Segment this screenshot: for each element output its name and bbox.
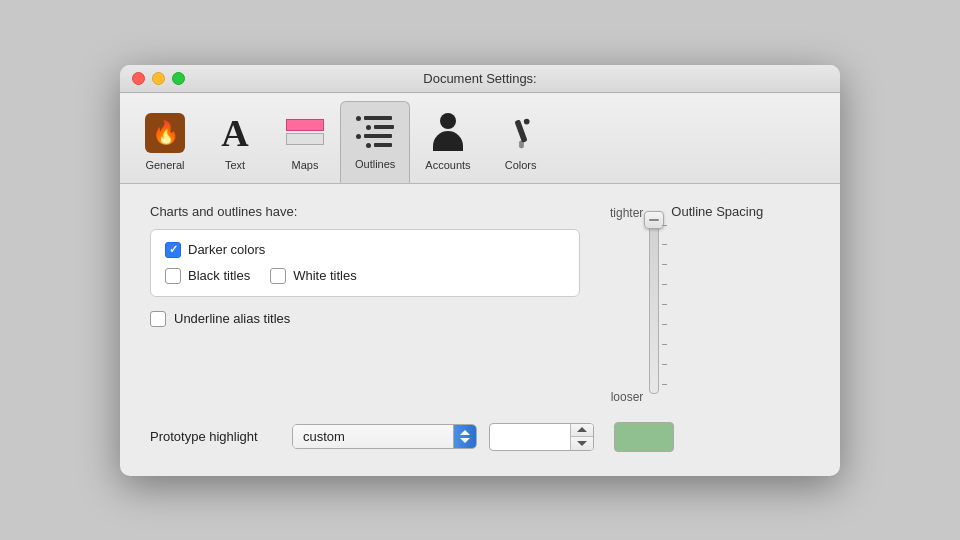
select-value: custom <box>293 425 453 448</box>
select-arrow-down[interactable] <box>460 438 470 443</box>
tab-colors[interactable]: Colors <box>486 102 556 183</box>
window-title: Document Settings: <box>423 71 536 86</box>
titles-row: Black titles White titles <box>165 268 565 284</box>
slider-thumb[interactable] <box>644 211 664 229</box>
white-titles-box[interactable] <box>270 268 286 284</box>
content-area: Charts and outlines have: Darker colors <box>120 184 840 476</box>
slider-labels: tighter looser <box>610 204 643 404</box>
minimize-button[interactable] <box>152 72 165 85</box>
darker-colors-label: Darker colors <box>188 242 265 257</box>
slider-container: tighter looser <box>610 204 659 404</box>
right-panel: tighter looser <box>610 204 810 404</box>
stepper-input[interactable] <box>490 424 570 450</box>
tab-accounts[interactable]: Accounts <box>410 102 485 183</box>
slider-title: Outline Spacing <box>671 204 763 219</box>
color-value-stepper[interactable] <box>489 423 594 451</box>
tab-maps[interactable]: Maps <box>270 102 340 183</box>
white-titles-label: White titles <box>293 268 357 283</box>
section-label: Charts and outlines have: <box>150 204 580 219</box>
slider-track-wrap <box>649 204 659 404</box>
select-arrow-up[interactable] <box>460 430 470 435</box>
svg-point-2 <box>523 118 529 124</box>
prototype-highlight-label: Prototype highlight <box>150 429 280 444</box>
prototype-highlight-select[interactable]: custom <box>292 424 477 449</box>
slider-track[interactable] <box>649 214 659 394</box>
main-group: Charts and outlines have: Darker colors <box>150 204 810 404</box>
slider-label-top: tighter <box>610 206 643 220</box>
tab-general[interactable]: General <box>130 102 200 183</box>
black-titles-label: Black titles <box>188 268 250 283</box>
black-titles-box[interactable] <box>165 268 181 284</box>
bottom-row: Prototype highlight custom <box>150 422 810 452</box>
tab-outlines[interactable]: Outlines <box>340 101 410 183</box>
tab-maps-label: Maps <box>292 159 319 171</box>
underline-alias-box[interactable] <box>150 311 166 327</box>
traffic-lights <box>132 72 185 85</box>
darker-colors-row: Darker colors <box>165 242 565 258</box>
slider-label-bottom: looser <box>611 390 644 404</box>
left-panel: Charts and outlines have: Darker colors <box>150 204 580 327</box>
maximize-button[interactable] <box>172 72 185 85</box>
darker-colors-checkbox[interactable]: Darker colors <box>165 242 265 258</box>
tab-colors-label: Colors <box>505 159 537 171</box>
color-preview-swatch[interactable] <box>614 422 674 452</box>
stepper-down[interactable] <box>571 437 593 450</box>
stepper-arrows <box>570 424 593 450</box>
black-titles-checkbox[interactable]: Black titles <box>165 268 250 284</box>
select-arrows[interactable] <box>453 425 476 448</box>
title-bar: Document Settings: <box>120 65 840 93</box>
general-icon <box>145 111 185 155</box>
close-button[interactable] <box>132 72 145 85</box>
toolbar: General A Text Maps <box>120 93 840 184</box>
darker-colors-box[interactable] <box>165 242 181 258</box>
outlines-icon <box>356 110 394 154</box>
tab-text-label: Text <box>225 159 245 171</box>
checkbox-group: Darker colors Black titles White titles <box>150 229 580 297</box>
underline-alias-label: Underline alias titles <box>174 311 290 326</box>
underline-alias-row[interactable]: Underline alias titles <box>150 311 580 327</box>
tab-text[interactable]: A Text <box>200 102 270 183</box>
colors-icon <box>503 111 539 155</box>
text-icon: A <box>221 111 248 155</box>
document-settings-window: Document Settings: General A Text <box>120 65 840 476</box>
tab-outlines-label: Outlines <box>355 158 395 170</box>
stepper-up[interactable] <box>571 424 593 438</box>
tab-accounts-label: Accounts <box>425 159 470 171</box>
tab-general-label: General <box>145 159 184 171</box>
accounts-icon <box>430 111 466 155</box>
white-titles-checkbox[interactable]: White titles <box>270 268 357 284</box>
maps-icon <box>286 111 324 155</box>
